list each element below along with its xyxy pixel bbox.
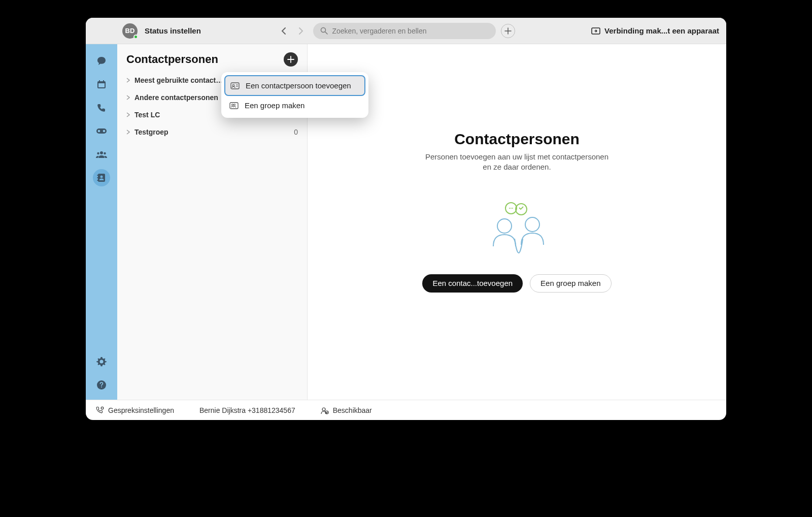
svg-point-26 [234, 104, 235, 106]
list-title: Contactpersonen [126, 53, 218, 66]
contacts-icon [96, 173, 107, 183]
contact-list-panel: Contactpersonen Meest gebruikte contactp… [117, 44, 308, 400]
menu-add-contact-label: Een contactpersoon toevoegen [246, 81, 351, 90]
history-nav [277, 24, 308, 38]
main-body: Contactpersonen Meest gebruikte contactp… [86, 44, 726, 400]
help-icon [96, 380, 107, 390]
contacts-illustration-icon [484, 198, 550, 254]
person-card-icon [230, 82, 240, 89]
svg-rect-6 [103, 80, 104, 82]
nav-contacts[interactable] [93, 169, 110, 186]
group-count: 0 [294, 128, 298, 136]
plus-icon [287, 56, 294, 63]
svg-point-9 [103, 130, 106, 133]
nav-forward-button[interactable] [294, 24, 308, 38]
svg-point-25 [232, 104, 233, 106]
presence-dot-icon [133, 35, 138, 39]
svg-point-12 [104, 152, 106, 154]
footer-bar: Gespreksinstellingen Bernie Dijkstra +31… [86, 400, 726, 420]
chat-icon [96, 56, 107, 66]
call-settings-label: Gespreksinstellingen [108, 406, 174, 414]
svg-line-1 [325, 32, 327, 34]
menu-create-group[interactable]: Een groep maken [224, 96, 365, 115]
presence-icon [321, 406, 329, 414]
search-icon [320, 27, 328, 35]
call-settings-link[interactable]: Gespreksinstellingen [96, 406, 174, 414]
set-status-button[interactable]: Status instellen [145, 26, 201, 35]
phone-settings-icon [96, 406, 104, 414]
availability-label: Beschikbaar [333, 406, 372, 414]
nav-back-button[interactable] [277, 24, 291, 38]
group-name: Andere contactpersonen [134, 93, 218, 102]
user-avatar[interactable]: BD [122, 23, 138, 39]
chevron-right-icon [126, 110, 130, 119]
nav-calendar[interactable] [93, 76, 110, 93]
voicemail-icon [96, 128, 107, 134]
nav-teams[interactable] [93, 146, 110, 163]
svg-point-14 [100, 176, 103, 178]
chevron-right-icon [126, 93, 130, 102]
svg-point-21 [232, 84, 234, 86]
phone-icon [97, 103, 106, 112]
add-menu-popup: Een contactpersoon toevoegen Een groep m… [221, 72, 368, 118]
add-contact-primary-button[interactable]: Een contac...toevoegen [422, 274, 523, 293]
add-contact-button[interactable] [284, 52, 298, 67]
svg-point-8 [98, 130, 100, 133]
gear-icon [96, 357, 107, 367]
svg-rect-16 [97, 177, 98, 178]
menu-add-contact[interactable]: Een contactpersoon toevoegen [224, 75, 365, 96]
user-line-label: Bernie Dijkstra +31881234567 [199, 406, 295, 414]
svg-rect-15 [97, 175, 98, 176]
svg-point-33 [512, 208, 513, 209]
side-nav [86, 44, 117, 400]
svg-rect-5 [99, 80, 100, 82]
content-actions: Een contac...toevoegen Een groep maken [422, 274, 611, 293]
chevron-right-icon [298, 27, 303, 35]
svg-point-11 [97, 152, 99, 154]
menu-create-group-label: Een groep maken [245, 101, 304, 110]
svg-point-10 [100, 151, 103, 154]
svg-point-32 [511, 208, 512, 209]
svg-point-19 [101, 386, 102, 387]
svg-point-28 [525, 217, 539, 232]
svg-point-35 [322, 408, 325, 411]
chevron-right-icon [126, 127, 130, 137]
content-subtext: Personen toevoegen aan uw lijst met cont… [421, 152, 614, 173]
svg-point-31 [509, 208, 510, 209]
search-bar[interactable] [313, 23, 496, 39]
create-group-secondary-button[interactable]: Een groep maken [530, 274, 611, 293]
header-add-button[interactable] [501, 24, 515, 38]
nav-calls[interactable] [93, 99, 110, 116]
search-input[interactable] [332, 27, 489, 35]
calendar-icon [96, 79, 107, 89]
availability-status[interactable]: Beschikbaar [321, 406, 372, 414]
user-line[interactable]: Bernie Dijkstra +31881234567 [199, 406, 295, 414]
device-icon [591, 27, 600, 35]
connect-device-link[interactable]: Verbinding mak...t een apparaat [591, 26, 719, 35]
chevron-left-icon [281, 27, 286, 35]
group-row[interactable]: Testgroep 0 [117, 123, 307, 141]
group-name: Test LC [134, 111, 160, 119]
nav-voicemail[interactable] [93, 122, 110, 140]
nav-messages[interactable] [93, 52, 110, 70]
header-bar: BD Status instellen Verbinding mak...t e… [86, 18, 726, 44]
svg-point-27 [497, 219, 512, 233]
team-icon [96, 150, 107, 158]
svg-rect-4 [98, 83, 105, 87]
group-name: Meest gebruikte contactpers [134, 76, 226, 84]
svg-point-0 [321, 28, 326, 33]
connect-device-label: Verbinding mak...t een apparaat [604, 26, 719, 35]
plus-icon [504, 27, 512, 35]
app-window: BD Status instellen Verbinding mak...t e… [86, 18, 726, 420]
group-card-icon [229, 102, 239, 109]
group-name: Testgroep [134, 128, 168, 136]
nav-help[interactable] [93, 376, 110, 394]
nav-settings[interactable] [93, 353, 110, 370]
content-area: Contactpersonen Personen toevoegen aan u… [308, 44, 726, 400]
svg-rect-20 [231, 83, 239, 89]
content-heading: Contactpersonen [454, 131, 580, 148]
chevron-right-icon [126, 76, 130, 85]
svg-rect-17 [97, 180, 98, 181]
list-header: Contactpersonen [117, 44, 307, 72]
avatar-initials: BD [125, 27, 135, 35]
